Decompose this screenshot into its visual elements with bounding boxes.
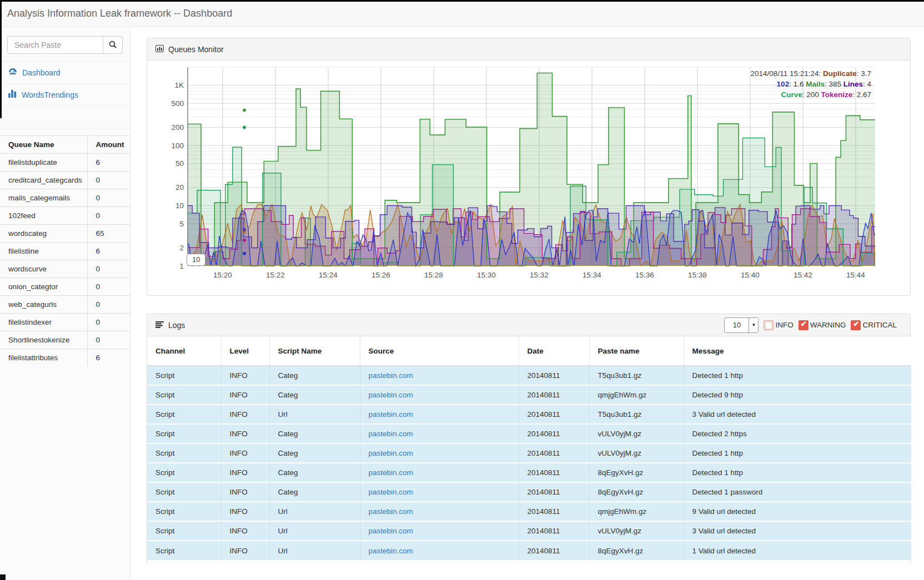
queue-row: onion_categtor0 — [0, 278, 130, 296]
log-message: Detected 1 password — [684, 482, 911, 502]
log-script-name: Categ — [269, 366, 360, 385]
log-row: ScriptINFOCategpastebin.com20140811vULV0… — [147, 424, 911, 443]
queues-monitor-panel: Queues Monitor 1K50020010050201052115:20… — [147, 38, 911, 296]
log-date: 20140811 — [519, 424, 589, 443]
log-message: Detected 1 http — [684, 463, 911, 482]
pastebin-link[interactable]: pastebin.com — [369, 507, 413, 516]
pastebin-link[interactable]: pastebin.com — [369, 391, 413, 399]
pastebin-link[interactable]: pastebin.com — [369, 488, 413, 496]
sidebar-item-dashboard[interactable]: Dashboard — [0, 62, 130, 83]
log-channel: Script — [147, 443, 221, 463]
search-button[interactable] — [103, 36, 123, 54]
log-channel: Script — [147, 463, 221, 482]
log-source: pastebin.com — [360, 541, 519, 560]
sidebar-divider — [0, 128, 130, 128]
queues-panel-heading: Queues Monitor — [147, 38, 910, 60]
svg-text:15:38: 15:38 — [688, 271, 707, 279]
log-paste-name: qmjgEhWm.gz — [589, 385, 684, 405]
queue-row: filelistattributes6 — [0, 349, 130, 367]
log-source: pastebin.com — [360, 385, 519, 405]
svg-text:50: 50 — [175, 159, 184, 168]
pastebin-link[interactable]: pastebin.com — [369, 371, 413, 380]
svg-text:15:22: 15:22 — [266, 271, 285, 279]
log-source: pastebin.com — [360, 463, 519, 482]
queues-chart[interactable]: 1K50020010050201052115:2015:2215:2415:26… — [147, 60, 910, 295]
log-paste-name: T5qu3ub1.gz — [589, 366, 684, 385]
sidebar-blank-row — [0, 106, 130, 128]
svg-text:15:36: 15:36 — [635, 271, 654, 279]
filter-checkbox-critical[interactable] — [851, 320, 861, 330]
queues-chart-plot[interactable]: 1K50020010050201052115:2015:2215:2415:26… — [147, 60, 910, 295]
queue-row: wordscurve0 — [0, 260, 130, 278]
logs-table-body: ScriptINFOCategpastebin.com20140811T5qu3… — [147, 366, 911, 560]
chevron-down-icon: ▼ — [749, 318, 758, 332]
queue-amount: 0 — [87, 260, 130, 278]
pastebin-link[interactable]: pastebin.com — [369, 430, 413, 438]
log-level-filters: INFOWARNINGCRITICAL — [764, 320, 902, 330]
queue-amount: 0 — [87, 296, 130, 314]
log-script-name: Url — [269, 541, 360, 560]
pastebin-link[interactable]: pastebin.com — [369, 468, 413, 477]
queue-table-header-row: Queue Name Amount — [0, 136, 130, 154]
queue-row: filelistindexer0 — [0, 314, 130, 331]
queue-row: filelistline6 — [0, 243, 130, 260]
window-edge-left — [0, 0, 2, 118]
log-date: 20140811 — [519, 541, 589, 560]
svg-text:15:32: 15:32 — [530, 271, 549, 279]
log-level: INFO — [221, 521, 269, 541]
pastebin-link[interactable]: pastebin.com — [369, 527, 413, 535]
log-date: 20140811 — [519, 482, 589, 502]
queue-name: web_categurls — [0, 296, 87, 314]
log-paste-name: vULV0yjM.gz — [589, 443, 684, 463]
svg-text:2: 2 — [179, 244, 184, 252]
log-message: Detected 1 http — [684, 366, 911, 385]
log-source: pastebin.com — [360, 521, 519, 541]
log-script-name: Categ — [269, 482, 360, 502]
log-row: ScriptINFOCategpastebin.com201408118qEgy… — [147, 463, 911, 482]
queues-panel-title: Queues Monitor — [168, 45, 224, 54]
log-channel: Script — [147, 385, 221, 405]
queue-name: wordscateg — [0, 225, 87, 243]
pastebin-link[interactable]: pastebin.com — [369, 449, 413, 457]
page-size-select[interactable]: 10 ▼ — [724, 317, 759, 333]
log-channel: Script — [147, 405, 221, 424]
sidebar-item-wordstrendings[interactable]: WordsTrendings — [0, 84, 130, 105]
log-source: pastebin.com — [360, 424, 519, 443]
filter-checkbox-info[interactable] — [764, 320, 774, 330]
log-source: pastebin.com — [360, 502, 519, 521]
svg-text:20: 20 — [175, 183, 184, 191]
pastebin-link[interactable]: pastebin.com — [369, 547, 413, 555]
search-input[interactable] — [7, 36, 103, 54]
filter-checkbox-warning[interactable] — [799, 320, 808, 330]
log-level: INFO — [221, 385, 269, 405]
log-row: ScriptINFOUrlpastebin.com20140811vULV0yj… — [147, 521, 911, 541]
pastebin-link[interactable]: pastebin.com — [369, 410, 413, 418]
chart-tooltip: 10 — [187, 254, 205, 266]
log-row: ScriptINFOCategpastebin.com20140811T5qu3… — [147, 366, 911, 385]
log-script-name: Categ — [269, 424, 360, 443]
log-level: INFO — [221, 463, 269, 482]
log-source: pastebin.com — [360, 366, 519, 385]
bar-chart-icon — [8, 90, 17, 99]
mini-bar-chart-icon — [155, 45, 164, 54]
log-level: INFO — [221, 405, 269, 424]
log-paste-name: T5qu3ub1.gz — [589, 405, 684, 424]
sidebar-item-label: WordsTrendings — [22, 90, 78, 99]
log-script-name: Url — [269, 521, 360, 541]
log-row: ScriptINFOUrlpastebin.com201408118qEgyXv… — [147, 541, 911, 560]
svg-text:5: 5 — [179, 220, 184, 228]
logs-panel: Logs 10 ▼ INFOWARNINGCRITICAL ChannelLev… — [147, 314, 911, 564]
log-row: ScriptINFOUrlpastebin.com20140811T5qu3ub… — [147, 405, 911, 424]
dashboard-gauge-icon — [8, 68, 17, 77]
navbar: Analysis Information Leak framework -- D… — [0, 0, 924, 27]
filter-label-critical: CRITICAL — [862, 321, 897, 329]
log-row: ScriptINFOCategpastebin.com201408118qEgy… — [147, 482, 911, 502]
queue-amount: 0 — [87, 278, 130, 296]
log-channel: Script — [147, 541, 221, 560]
queue-table: Queue Name Amount filelistduplicate6cred… — [0, 135, 130, 366]
queue-name-header: Queue Name — [0, 136, 87, 154]
sidebar: Dashboard WordsTrendings Queue Name Amou… — [0, 28, 130, 580]
log-source: pastebin.com — [360, 443, 519, 463]
log-date: 20140811 — [519, 366, 589, 385]
log-level: INFO — [221, 502, 269, 521]
